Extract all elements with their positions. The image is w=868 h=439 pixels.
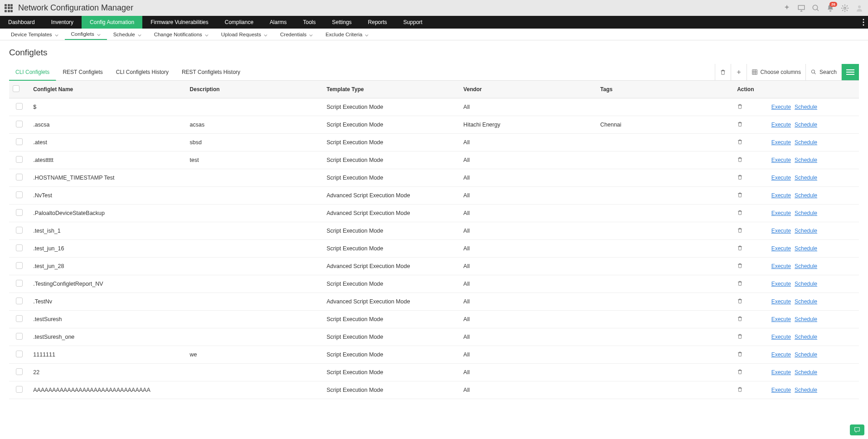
- schedule-link[interactable]: Schedule: [795, 263, 817, 269]
- trash-icon[interactable]: [737, 299, 743, 305]
- more-icon[interactable]: [863, 16, 864, 29]
- trash-icon[interactable]: [737, 334, 743, 341]
- row-checkbox[interactable]: [16, 386, 23, 393]
- subnav-schedule[interactable]: Schedule: [107, 29, 148, 40]
- schedule-link[interactable]: Schedule: [795, 369, 817, 376]
- trash-icon[interactable]: [737, 370, 743, 376]
- execute-link[interactable]: Execute: [771, 263, 791, 269]
- subnav-change-notifications[interactable]: Change Notifications: [148, 29, 215, 40]
- row-checkbox[interactable]: [16, 227, 23, 234]
- subnav-device-templates[interactable]: Device Templates: [5, 29, 65, 40]
- user-icon[interactable]: [855, 4, 863, 12]
- schedule-link[interactable]: Schedule: [795, 298, 817, 305]
- execute-link[interactable]: Execute: [771, 175, 791, 181]
- trash-icon[interactable]: [737, 263, 743, 270]
- row-checkbox[interactable]: [16, 191, 23, 198]
- execute-link[interactable]: Execute: [771, 351, 791, 358]
- trash-icon[interactable]: [737, 387, 743, 394]
- rocket-icon[interactable]: [783, 4, 791, 12]
- schedule-link[interactable]: Schedule: [795, 387, 817, 393]
- execute-link[interactable]: Execute: [771, 334, 791, 340]
- execute-link[interactable]: Execute: [771, 387, 791, 393]
- header-action[interactable]: Action: [733, 81, 767, 98]
- row-checkbox[interactable]: [16, 280, 23, 287]
- subnav-credentials[interactable]: Credentials: [274, 29, 319, 40]
- row-checkbox[interactable]: [16, 351, 23, 357]
- schedule-link[interactable]: Schedule: [795, 175, 817, 181]
- execute-link[interactable]: Execute: [771, 122, 791, 128]
- execute-link[interactable]: Execute: [771, 210, 791, 216]
- execute-link[interactable]: Execute: [771, 104, 791, 110]
- row-checkbox[interactable]: [16, 209, 23, 216]
- row-checkbox[interactable]: [16, 333, 23, 340]
- tab-cli-configlets-history[interactable]: CLI Configlets History: [110, 64, 175, 80]
- header-vendor[interactable]: Vendor: [460, 81, 596, 98]
- header-description[interactable]: Description: [186, 81, 323, 98]
- schedule-link[interactable]: Schedule: [795, 157, 817, 163]
- trash-icon[interactable]: [737, 140, 743, 146]
- nav-alarms[interactable]: Alarms: [262, 16, 295, 29]
- row-checkbox[interactable]: [16, 156, 23, 163]
- schedule-link[interactable]: Schedule: [795, 139, 817, 146]
- trash-icon[interactable]: [737, 193, 743, 199]
- schedule-link[interactable]: Schedule: [795, 316, 817, 322]
- execute-link[interactable]: Execute: [771, 245, 791, 252]
- tab-cli-configlets[interactable]: CLI Configlets: [9, 64, 56, 81]
- schedule-link[interactable]: Schedule: [795, 122, 817, 128]
- row-checkbox[interactable]: [16, 244, 23, 251]
- schedule-link[interactable]: Schedule: [795, 334, 817, 340]
- trash-icon[interactable]: [737, 352, 743, 358]
- trash-icon[interactable]: [737, 246, 743, 252]
- tab-rest-configlets[interactable]: REST Configlets: [56, 64, 109, 80]
- notifications-icon[interactable]: 26: [826, 4, 834, 12]
- presentation-icon[interactable]: [797, 4, 805, 12]
- trash-icon[interactable]: [737, 210, 743, 217]
- nav-inventory[interactable]: Inventory: [43, 16, 82, 29]
- row-checkbox[interactable]: [16, 174, 23, 180]
- nav-firmware-vulnerabilities[interactable]: Firmware Vulnerabilities: [142, 16, 217, 29]
- trash-icon[interactable]: [737, 157, 743, 164]
- execute-link[interactable]: Execute: [771, 281, 791, 287]
- schedule-link[interactable]: Schedule: [795, 104, 817, 110]
- schedule-link[interactable]: Schedule: [795, 245, 817, 252]
- row-checkbox[interactable]: [16, 138, 23, 145]
- execute-link[interactable]: Execute: [771, 369, 791, 376]
- schedule-link[interactable]: Schedule: [795, 210, 817, 216]
- row-checkbox[interactable]: [16, 368, 23, 375]
- nav-config-automation[interactable]: Config Automation: [82, 16, 142, 29]
- subnav-configlets[interactable]: Configlets: [65, 29, 107, 40]
- execute-link[interactable]: Execute: [771, 298, 791, 305]
- schedule-link[interactable]: Schedule: [795, 351, 817, 358]
- subnav-upload-requests[interactable]: Upload Requests: [215, 29, 274, 40]
- execute-link[interactable]: Execute: [771, 157, 791, 163]
- nav-compliance[interactable]: Compliance: [217, 16, 262, 29]
- row-checkbox[interactable]: [16, 298, 23, 304]
- menu-button[interactable]: [841, 64, 859, 80]
- header-name[interactable]: Configlet Name: [29, 81, 186, 98]
- trash-icon[interactable]: [737, 175, 743, 181]
- execute-link[interactable]: Execute: [771, 139, 791, 146]
- row-checkbox[interactable]: [16, 262, 23, 269]
- trash-icon[interactable]: [737, 228, 743, 234]
- add-button[interactable]: [731, 64, 747, 80]
- row-checkbox[interactable]: [16, 315, 23, 322]
- delete-button[interactable]: [715, 64, 731, 80]
- trash-icon[interactable]: [737, 122, 743, 128]
- trash-icon[interactable]: [737, 104, 743, 111]
- trash-icon[interactable]: [737, 317, 743, 323]
- header-tags[interactable]: Tags: [596, 81, 733, 98]
- schedule-link[interactable]: Schedule: [795, 228, 817, 234]
- subnav-exclude-criteria[interactable]: Exclude Criteria: [319, 29, 375, 40]
- tab-rest-configlets-history[interactable]: REST Configlets History: [175, 64, 247, 80]
- nav-settings[interactable]: Settings: [324, 16, 359, 29]
- select-all-checkbox[interactable]: [13, 85, 19, 92]
- search-icon[interactable]: [812, 4, 820, 12]
- row-checkbox[interactable]: [16, 121, 23, 127]
- row-checkbox[interactable]: [16, 103, 23, 110]
- nav-reports[interactable]: Reports: [360, 16, 395, 29]
- header-template-type[interactable]: Template Type: [323, 81, 460, 98]
- nav-support[interactable]: Support: [395, 16, 431, 29]
- schedule-link[interactable]: Schedule: [795, 281, 817, 287]
- schedule-link[interactable]: Schedule: [795, 192, 817, 199]
- execute-link[interactable]: Execute: [771, 316, 791, 322]
